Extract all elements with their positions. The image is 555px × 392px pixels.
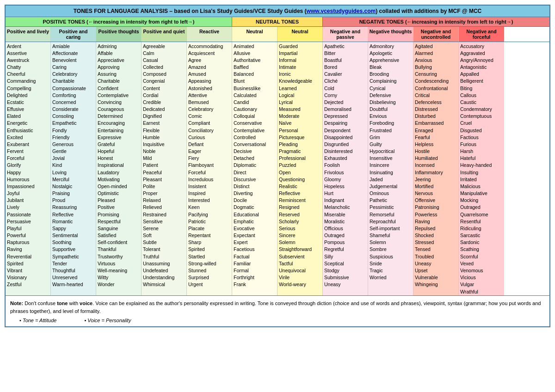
word-item: Composed bbox=[143, 71, 185, 78]
word-item: Pompous bbox=[324, 239, 366, 246]
word-item: Optimistic bbox=[98, 190, 140, 197]
word-item: Keen bbox=[188, 204, 230, 211]
word-item: Affable bbox=[98, 49, 140, 56]
word-item: Naïve bbox=[279, 120, 321, 127]
word-item: Remorseful bbox=[370, 211, 412, 218]
word-item: Gentle bbox=[52, 148, 94, 155]
word-item: Open-minded bbox=[98, 183, 140, 190]
word-item: Heavy-handed bbox=[460, 162, 503, 169]
word-item: Energetic bbox=[7, 120, 49, 127]
word-item: Familiar bbox=[234, 260, 276, 267]
col-header-neg4: Negative and forceful bbox=[459, 27, 504, 42]
word-item: Understanding bbox=[143, 274, 185, 281]
word-item: Offensive bbox=[415, 197, 457, 204]
word-item: Lyrical bbox=[279, 98, 321, 105]
word-item: Sentimental bbox=[52, 232, 94, 239]
word-item: Submissive bbox=[324, 274, 366, 281]
word-item: Outraged bbox=[460, 204, 503, 211]
word-item: Pleased bbox=[98, 197, 140, 204]
word-item: Calm bbox=[143, 49, 185, 56]
word-item: Astonished bbox=[188, 85, 230, 92]
word-item: Vicious bbox=[460, 274, 503, 281]
word-item: Scholarly bbox=[279, 218, 321, 225]
word-item: Incredulous bbox=[188, 176, 230, 183]
word-item: Inspirational bbox=[98, 162, 140, 169]
word-item: Celebratory bbox=[188, 106, 230, 113]
word-item: Evocative bbox=[234, 225, 276, 232]
word-item: Conversational bbox=[234, 141, 276, 147]
word-item: Appreciative bbox=[98, 56, 140, 63]
word-item: Affectionate bbox=[52, 49, 94, 56]
note-bullet2: • Voice = Personality bbox=[84, 317, 131, 325]
word-item: Sensitive bbox=[143, 218, 185, 225]
note-bullet1: • Tone = Attitude bbox=[19, 317, 56, 325]
word-item: Collected bbox=[143, 64, 185, 71]
word-item: Pacifying bbox=[188, 211, 230, 218]
title-link[interactable]: www.vcestudyguides.com bbox=[307, 8, 376, 14]
word-item: Enthusiastic bbox=[7, 127, 49, 134]
word-item: Strong-willed bbox=[188, 260, 230, 267]
word-item: Charitable bbox=[98, 78, 140, 85]
word-item: Agreeable bbox=[143, 43, 185, 49]
word-item: Encouraging bbox=[98, 120, 140, 127]
word-item: Embarrassed bbox=[415, 120, 457, 127]
word-item: Brooding bbox=[370, 71, 412, 78]
word-item: Proper bbox=[143, 190, 185, 197]
word-item: Furious bbox=[460, 141, 503, 147]
word-item: Envious bbox=[370, 113, 412, 120]
word-item: Stressed bbox=[415, 239, 457, 246]
word-item: Cordial bbox=[143, 92, 185, 98]
word-item: Apologetic bbox=[370, 49, 412, 56]
word-item: Tragic bbox=[370, 267, 412, 274]
word-item: Visionary bbox=[7, 274, 49, 281]
word-item: Foolish bbox=[324, 162, 366, 169]
word-item: Confident bbox=[98, 85, 140, 92]
word-item: Powerless bbox=[415, 211, 457, 218]
word-item: Subservient bbox=[279, 253, 321, 260]
word-item: Happy bbox=[7, 169, 49, 176]
word-item: Open bbox=[279, 169, 321, 176]
word-item: Reflective bbox=[52, 211, 94, 218]
word-item: Vulnerable bbox=[415, 274, 457, 281]
word-item: Comic bbox=[188, 113, 230, 120]
word-item: Raving bbox=[7, 246, 49, 253]
word-item: Warm-hearted bbox=[52, 281, 94, 288]
word-item: Venomous bbox=[460, 267, 503, 274]
word-item: Picturesque bbox=[279, 134, 321, 141]
word-item: Unreserved bbox=[52, 274, 94, 281]
word-item: Disgruntled bbox=[324, 141, 366, 147]
word-item: Educational bbox=[234, 211, 276, 218]
word-item: Cynical bbox=[370, 85, 412, 92]
col-header-pos3: Positive thoughts bbox=[96, 27, 142, 42]
word-item: Defiant bbox=[188, 141, 230, 147]
word-item: Promising bbox=[98, 211, 140, 218]
word-item: Concerned bbox=[52, 98, 94, 105]
word-item: Nostalgic bbox=[52, 183, 94, 190]
word-item: Distressed bbox=[415, 106, 457, 113]
word-item: Entertaining bbox=[98, 127, 140, 134]
word-item: World-weary bbox=[279, 281, 321, 288]
word-item: Doubtful bbox=[370, 106, 412, 113]
word-item: Alarmed bbox=[415, 49, 457, 56]
word-item: Impartial bbox=[279, 49, 321, 56]
word-item: Baffled bbox=[234, 64, 276, 71]
word-item: Dogmatic bbox=[234, 204, 276, 211]
word-item: Corny bbox=[324, 92, 366, 98]
word-item: Celebratory bbox=[52, 71, 94, 78]
word-item: Patient bbox=[143, 162, 185, 169]
word-item: Exuberant bbox=[7, 141, 49, 147]
word-item: Spirited bbox=[188, 246, 230, 253]
word-item: Uneasy bbox=[324, 281, 366, 288]
word-item: Hostile bbox=[415, 148, 457, 155]
word-item: Confrontational bbox=[415, 85, 457, 92]
word-item: Amused bbox=[188, 71, 230, 78]
word-item: Candid bbox=[234, 98, 276, 105]
word-item: Personal bbox=[279, 127, 321, 134]
word-item: Allusive bbox=[234, 49, 276, 56]
word-item: Charitable bbox=[52, 78, 94, 85]
word-item: Uneasy bbox=[415, 260, 457, 267]
word-item: Pleading bbox=[279, 141, 321, 147]
word-item: Thoughtful bbox=[52, 267, 94, 274]
word-item: Cruel bbox=[460, 120, 503, 127]
word-item: Satisfied bbox=[98, 232, 140, 239]
